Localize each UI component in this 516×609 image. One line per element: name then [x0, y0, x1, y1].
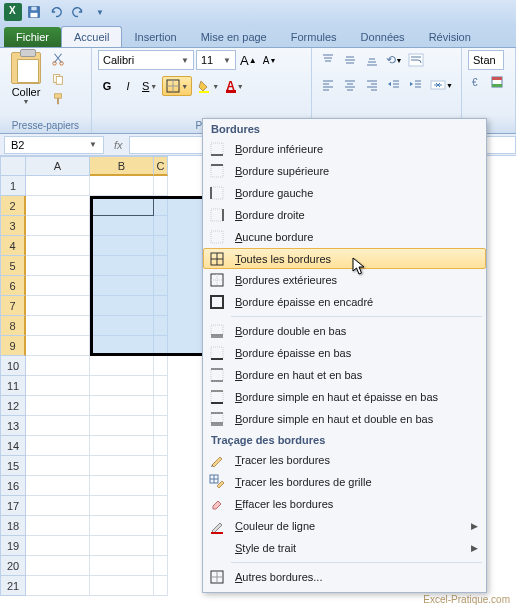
- row-header-9[interactable]: 9: [0, 336, 26, 356]
- align-bottom-button[interactable]: [362, 50, 382, 70]
- border-left-item[interactable]: Bordure gauche: [203, 182, 486, 204]
- cell[interactable]: [90, 296, 154, 316]
- row-header-8[interactable]: 8: [0, 316, 26, 336]
- cell[interactable]: [26, 236, 90, 256]
- row-header-5[interactable]: 5: [0, 256, 26, 276]
- tab-insert[interactable]: Insertion: [122, 27, 188, 47]
- border-thick-box-item[interactable]: Bordure épaisse en encadré: [203, 291, 486, 313]
- cell[interactable]: [90, 516, 154, 536]
- cell[interactable]: [90, 496, 154, 516]
- cell[interactable]: [154, 496, 168, 516]
- grow-font-button[interactable]: A▲: [238, 50, 259, 70]
- tab-layout[interactable]: Mise en page: [189, 27, 279, 47]
- col-header-c[interactable]: C: [154, 156, 168, 176]
- cell[interactable]: [26, 576, 90, 596]
- row-header-21[interactable]: 21: [0, 576, 26, 596]
- copy-button[interactable]: [49, 70, 67, 88]
- cell[interactable]: [26, 336, 90, 356]
- cell[interactable]: [90, 276, 154, 296]
- cell[interactable]: [154, 296, 168, 316]
- align-top-button[interactable]: [318, 50, 338, 70]
- line-style-item[interactable]: Style de trait▶: [203, 537, 486, 559]
- cell[interactable]: [154, 356, 168, 376]
- tab-file[interactable]: Fichier: [4, 27, 61, 47]
- shrink-font-button[interactable]: A▼: [261, 50, 279, 70]
- row-header-10[interactable]: 10: [0, 356, 26, 376]
- decrease-indent-button[interactable]: [384, 75, 404, 95]
- tab-home[interactable]: Accueil: [61, 26, 122, 47]
- redo-button[interactable]: [68, 2, 88, 22]
- border-thick-bottom-item[interactable]: Bordure épaisse en bas: [203, 342, 486, 364]
- row-header-13[interactable]: 13: [0, 416, 26, 436]
- cell[interactable]: [154, 336, 168, 356]
- row-header-20[interactable]: 20: [0, 556, 26, 576]
- tab-review[interactable]: Révision: [417, 27, 483, 47]
- cell[interactable]: [90, 176, 154, 196]
- orientation-button[interactable]: ⟲▼: [384, 50, 404, 70]
- cell[interactable]: [90, 416, 154, 436]
- cell[interactable]: [90, 536, 154, 556]
- cell[interactable]: [26, 516, 90, 536]
- cell[interactable]: [90, 396, 154, 416]
- border-top-bottom-item[interactable]: Bordure en haut et en bas: [203, 364, 486, 386]
- cell[interactable]: [154, 476, 168, 496]
- cell[interactable]: [26, 176, 90, 196]
- cell[interactable]: [154, 256, 168, 276]
- row-header-18[interactable]: 18: [0, 516, 26, 536]
- border-right-item[interactable]: Bordure droite: [203, 204, 486, 226]
- row-header-11[interactable]: 11: [0, 376, 26, 396]
- cell[interactable]: [90, 476, 154, 496]
- cell[interactable]: [26, 356, 90, 376]
- cell[interactable]: [26, 416, 90, 436]
- underline-button[interactable]: S▼: [140, 76, 159, 96]
- cell[interactable]: [90, 196, 154, 216]
- cell[interactable]: [154, 516, 168, 536]
- save-button[interactable]: [24, 2, 44, 22]
- cell[interactable]: [154, 216, 168, 236]
- cell[interactable]: [90, 576, 154, 596]
- cell[interactable]: [90, 556, 154, 576]
- bold-button[interactable]: G: [98, 76, 116, 96]
- cell[interactable]: [90, 456, 154, 476]
- cell[interactable]: [154, 556, 168, 576]
- border-top-double-bottom-item[interactable]: Bordure simple en haut et double en bas: [203, 408, 486, 430]
- border-outside-item[interactable]: Bordures extérieures: [203, 269, 486, 291]
- cell[interactable]: [154, 236, 168, 256]
- cell[interactable]: [26, 376, 90, 396]
- conditional-format-button[interactable]: [488, 72, 506, 92]
- tab-formulas[interactable]: Formules: [279, 27, 349, 47]
- cell[interactable]: [90, 316, 154, 336]
- cell[interactable]: [26, 476, 90, 496]
- border-top-thick-bottom-item[interactable]: Bordure simple en haut et épaisse en bas: [203, 386, 486, 408]
- qat-customize-button[interactable]: ▼: [90, 2, 110, 22]
- select-all-corner[interactable]: [0, 156, 26, 176]
- cell[interactable]: [90, 376, 154, 396]
- cell[interactable]: [154, 276, 168, 296]
- cell[interactable]: [26, 276, 90, 296]
- cell[interactable]: [26, 296, 90, 316]
- tab-data[interactable]: Données: [349, 27, 417, 47]
- cell[interactable]: [154, 436, 168, 456]
- border-top-item[interactable]: Bordure supérieure: [203, 160, 486, 182]
- cut-button[interactable]: [49, 50, 67, 68]
- align-middle-button[interactable]: [340, 50, 360, 70]
- draw-border-item[interactable]: Tracer les bordures: [203, 449, 486, 471]
- row-header-16[interactable]: 16: [0, 476, 26, 496]
- paste-button[interactable]: Coller ▼: [6, 50, 46, 105]
- draw-border-grid-item[interactable]: Tracer les bordures de grille: [203, 471, 486, 493]
- row-header-17[interactable]: 17: [0, 496, 26, 516]
- col-header-a[interactable]: A: [26, 156, 90, 176]
- cell[interactable]: [90, 356, 154, 376]
- cell[interactable]: [90, 216, 154, 236]
- row-header-7[interactable]: 7: [0, 296, 26, 316]
- row-header-14[interactable]: 14: [0, 436, 26, 456]
- cell[interactable]: [90, 336, 154, 356]
- borders-button[interactable]: ▼: [162, 76, 192, 96]
- cell[interactable]: [154, 456, 168, 476]
- cell[interactable]: [26, 436, 90, 456]
- row-header-4[interactable]: 4: [0, 236, 26, 256]
- cells[interactable]: [26, 176, 168, 596]
- cell[interactable]: [26, 216, 90, 236]
- cell[interactable]: [154, 576, 168, 596]
- number-format-combo[interactable]: Stan: [468, 50, 504, 70]
